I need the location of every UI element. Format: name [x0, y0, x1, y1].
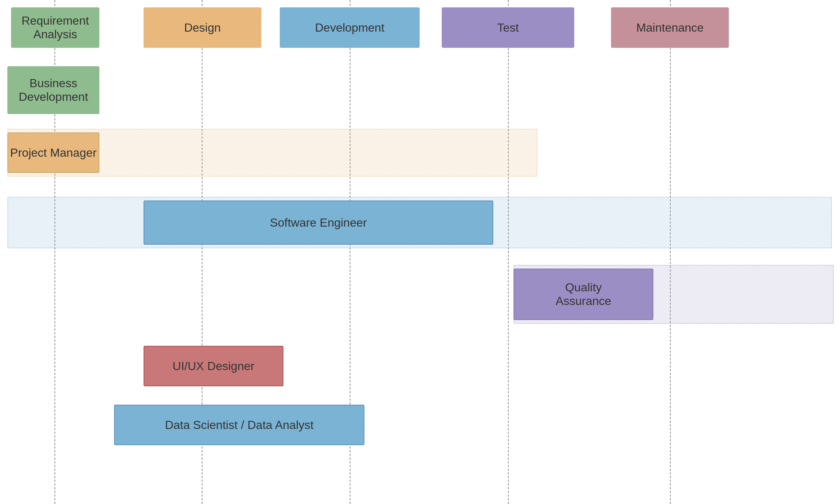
role-uiux: UI/UX Designer	[144, 346, 283, 386]
phase-dev: Development	[280, 7, 420, 48]
phase-req: Requirement Analysis	[11, 7, 99, 48]
role-qa: Quality Assurance	[513, 269, 653, 320]
vline-3	[508, 0, 509, 504]
vline-4	[670, 0, 671, 504]
role-proj-mgr: Project Manager	[7, 132, 99, 173]
phase-test: Test	[442, 7, 574, 48]
role-sw-eng: Software Engineer	[144, 200, 493, 245]
phase-design: Design	[144, 7, 261, 48]
role-data-sci: Data Scientist / Data Analyst	[114, 405, 364, 445]
phase-maint: Maintenance	[611, 7, 729, 48]
role-biz-dev: Business Development	[7, 66, 99, 114]
chart-container: Requirement AnalysisDesignDevelopmentTes…	[0, 0, 840, 504]
